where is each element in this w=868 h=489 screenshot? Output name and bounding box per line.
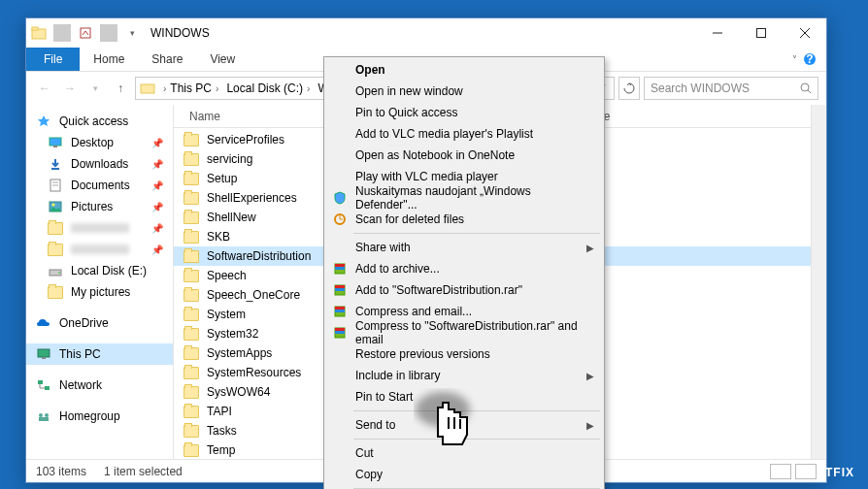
forward-button[interactable]: → [59,78,81,99]
sidebar-item-folder[interactable]: My pictures [26,281,173,303]
svg-point-29 [45,413,49,417]
svg-rect-40 [335,310,345,312]
svg-rect-43 [335,331,345,334]
rar-icon [332,304,348,319]
menu-item-label: Open in new window [355,84,463,98]
menu-item-label: Pin to Quick access [355,106,457,119]
folder-icon [184,367,199,379]
menu-item[interactable]: Add to archive... [326,258,602,279]
sidebar-item-pictures[interactable]: Pictures📌 [26,196,173,217]
menu-item-label: Add to archive... [355,262,440,276]
file-name: SoftwareDistribution [207,249,311,263]
desktop-icon [48,135,63,150]
menu-item[interactable]: Open in new window [326,81,602,102]
menu-item[interactable]: Cut [326,442,602,464]
tab-view[interactable]: View [196,48,249,71]
menu-item[interactable]: Scan for deleted files [326,209,602,230]
menu-item[interactable]: Open as Notebook in OneNote [326,145,602,166]
folder-icon [184,406,199,418]
svg-rect-2 [81,28,90,38]
menu-item-label: Compress to "SoftwareDistribution.rar" a… [355,319,594,346]
view-details-button[interactable] [770,464,791,479]
folder-icon [48,242,63,257]
ribbon-right: ˅ ? [792,48,826,71]
sidebar-network[interactable]: Network [26,375,173,396]
menu-separator [353,439,600,440]
sidebar-onedrive[interactable]: OneDrive [26,312,173,334]
close-button[interactable] [783,18,826,48]
minimize-button[interactable] [695,18,739,48]
maximize-button[interactable] [739,18,783,48]
svg-rect-13 [53,146,57,147]
folder-icon [184,328,199,341]
menu-item[interactable]: Send to▶ [326,414,602,436]
documents-icon [48,178,63,193]
file-name: System [207,308,246,321]
pin-icon: 📌 [151,159,163,170]
rar-icon [332,261,348,277]
recent-dropdown[interactable]: ▾ [84,78,106,99]
menu-item-label: Add to "SoftwareDistribution.rar" [355,283,522,297]
back-button[interactable]: ← [34,78,55,99]
downloads-icon [48,156,63,172]
menu-item-label: Scan for deleted files [355,212,464,226]
menu-item[interactable]: Pin to Quick access [326,102,602,123]
recover-icon [332,212,348,227]
menu-item[interactable]: Pin to Start [326,386,602,408]
file-tab[interactable]: File [26,48,80,71]
pictures-icon [48,199,63,214]
folder-icon [184,386,199,399]
svg-rect-25 [45,386,50,390]
sidebar-item-pinned[interactable]: 📌 [26,239,173,260]
pin-icon: 📌 [151,223,163,234]
sidebar-homegroup[interactable]: Homegroup [26,406,173,427]
svg-rect-12 [50,138,61,146]
menu-item-label: Pin to Start [355,390,413,404]
menu-item[interactable]: Copy [326,464,602,485]
file-name: Speech [207,269,247,282]
sidebar-item-pinned[interactable]: 📌 [26,217,173,239]
submenu-arrow-icon: ▶ [586,243,594,253]
menu-item[interactable]: Compress to "SoftwareDistribution.rar" a… [326,322,602,343]
sidebar-item-documents[interactable]: Documents📌 [26,175,173,196]
file-name: Tasks [207,424,237,438]
menu-item[interactable]: Nuskaitymas naudojant „Windows Defender"… [326,187,602,209]
svg-rect-4 [756,29,765,38]
breadcrumb[interactable]: ›This PC› [159,82,222,95]
menu-separator [353,233,600,234]
menu-item-label: Play with VLC media player [355,170,498,183]
breadcrumb[interactable]: Local Disk (C:)› [222,82,314,95]
file-name: SysWOW64 [207,385,270,399]
tab-share[interactable]: Share [138,48,196,71]
menu-item[interactable]: Add to VLC media player's Playlist [326,123,602,145]
sidebar-item-desktop[interactable]: Desktop📌 [26,132,173,153]
menu-item[interactable]: Restore previous versions [326,343,602,365]
expand-ribbon-icon[interactable]: ˅ [792,54,797,65]
menu-item[interactable]: Open [326,59,602,81]
folder-icon [184,212,199,224]
folder-icon [184,231,199,244]
folder-icon [184,309,199,321]
vertical-scrollbar[interactable] [811,105,826,459]
sidebar-item-drive[interactable]: Local Disk (E:) [26,260,173,281]
qat-properties-icon[interactable] [77,24,94,42]
up-button[interactable]: ↑ [110,78,131,99]
submenu-arrow-icon: ▶ [586,420,594,431]
search-input[interactable]: Search WINDOWS [644,77,818,100]
refresh-button[interactable] [618,77,640,100]
menu-item[interactable]: Share with▶ [326,237,602,258]
folder-icon [184,289,199,302]
menu-item[interactable]: Add to "SoftwareDistribution.rar" [326,279,602,301]
sidebar-thispc[interactable]: This PC [26,343,173,365]
help-icon[interactable]: ? [803,52,817,66]
sidebar-item-downloads[interactable]: Downloads📌 [26,153,173,175]
qat-dropdown-icon[interactable]: ▾ [123,24,141,42]
svg-rect-1 [32,27,38,30]
sidebar-quick-access[interactable]: Quick access [26,111,173,132]
menu-item-label: Include in library [355,369,440,382]
svg-rect-9 [141,84,154,93]
tab-home[interactable]: Home [80,48,138,71]
menu-item[interactable]: Include in library▶ [326,365,602,386]
svg-point-19 [52,204,55,207]
window-title: WINDOWS [150,26,210,40]
